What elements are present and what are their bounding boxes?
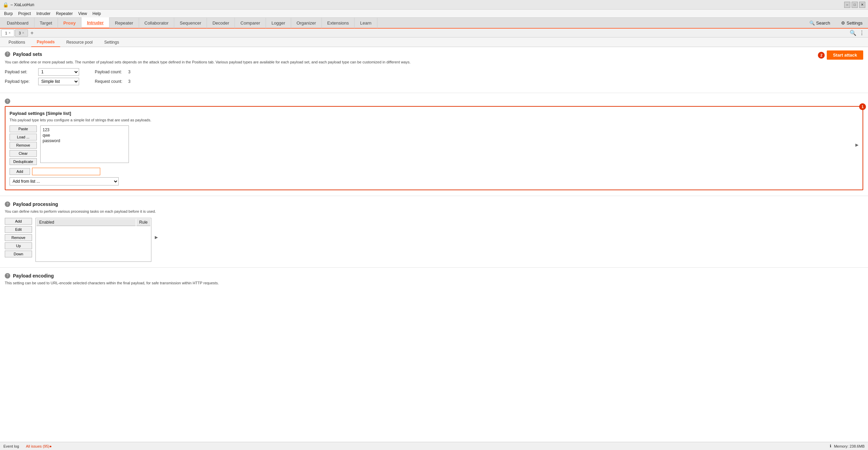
- tab-learn[interactable]: Learn: [355, 17, 377, 28]
- payload-list: 123 qwe password: [40, 125, 129, 163]
- payload-encoding-title: Payload encoding: [13, 273, 54, 279]
- tab-sequencer[interactable]: Sequencer: [174, 17, 207, 28]
- deduplicate-button[interactable]: Deduplicate: [10, 158, 37, 165]
- payload-sets-help-icon[interactable]: ?: [5, 51, 10, 57]
- add-from-list-select[interactable]: Add from list ...: [10, 177, 119, 185]
- tab-positions[interactable]: Positions: [3, 38, 31, 47]
- payload-encoding-desc: This setting can be used to URL-encode s…: [5, 281, 863, 286]
- tab-comparer[interactable]: Comparer: [235, 17, 266, 28]
- maximize-button[interactable]: □: [852, 2, 858, 8]
- add-row: Add: [10, 168, 858, 175]
- payload-sets-section: ? Payload sets 2 Start attack You can de…: [0, 47, 868, 91]
- list-item: qwe: [42, 133, 127, 138]
- payload-set-label: Payload set:: [5, 70, 35, 74]
- processing-table-arrow: ▶: [155, 218, 158, 240]
- processing-table-body: [36, 227, 136, 261]
- menu-bar: Burp Project Intruder Repeater View Help: [0, 10, 868, 18]
- payload-settings-title: Payload settings [Simple list]: [10, 111, 858, 116]
- window-tab-1-close[interactable]: ×: [9, 31, 11, 35]
- payload-processing-desc: You can define rules to perform various …: [5, 209, 863, 214]
- more-options-icon[interactable]: ⋮: [857, 30, 867, 36]
- processing-remove-button[interactable]: Remove: [5, 234, 32, 241]
- title-bar: 🔒 – XiaLuoHun – □ ✕: [0, 0, 868, 10]
- processing-down-button[interactable]: Down: [5, 251, 32, 257]
- start-attack-button[interactable]: Start attack: [827, 50, 863, 60]
- window-tab-3-close[interactable]: ×: [22, 31, 24, 35]
- payload-processing-section: ? Payload processing You can define rule…: [0, 198, 868, 265]
- list-item: 123: [42, 127, 127, 133]
- window-tab-1[interactable]: 1 ×: [1, 29, 14, 37]
- load-button[interactable]: Load ...: [10, 134, 37, 140]
- payload-type-select[interactable]: Simple list Runtime file Custom iterator: [38, 78, 79, 85]
- payload-type-row: Payload type: Simple list Runtime file C…: [5, 78, 863, 85]
- tab-payloads[interactable]: Payloads: [31, 38, 61, 47]
- payload-list-container: 123 qwe password: [40, 125, 852, 163]
- payload-type-label: Payload type:: [5, 79, 35, 84]
- tab-resource-pool[interactable]: Resource pool: [60, 38, 98, 47]
- minimize-button[interactable]: –: [844, 2, 850, 8]
- search-button[interactable]: 🔍 Search: [805, 20, 834, 26]
- search-icon: 🔍: [809, 20, 815, 26]
- tab-decoder[interactable]: Decoder: [207, 17, 235, 28]
- tab-dashboard[interactable]: Dashboard: [1, 17, 34, 28]
- tab-logger[interactable]: Logger: [266, 17, 291, 28]
- payload-sets-desc: You can define one or more payload sets.…: [5, 60, 863, 65]
- menu-intruder[interactable]: Intruder: [34, 10, 53, 18]
- payload-action-buttons: Paste Load ... Remove Clear Deduplicate: [10, 125, 37, 165]
- add-tab-button[interactable]: +: [29, 30, 35, 36]
- payload-settings-section: ? 1 Payload settings [Simple list] This …: [0, 95, 868, 194]
- paste-button[interactable]: Paste: [10, 125, 37, 132]
- payload-count-label: Payload count:: [95, 70, 125, 74]
- col-rule: Rule: [136, 219, 150, 226]
- list-item: password: [42, 138, 127, 144]
- processing-up-button[interactable]: Up: [5, 242, 32, 249]
- sub-tab-strip: Positions Payloads Resource pool Setting…: [0, 38, 868, 47]
- tab-intruder[interactable]: Intruder: [81, 17, 109, 28]
- app-icon: 🔒: [3, 2, 9, 7]
- add-button[interactable]: Add: [10, 168, 30, 175]
- payload-processing-title: Payload processing: [13, 201, 58, 207]
- menu-view[interactable]: View: [75, 10, 90, 18]
- request-count-label: Request count:: [95, 79, 125, 84]
- clear-button[interactable]: Clear: [10, 150, 37, 157]
- settings-icon: ⚙: [841, 20, 845, 26]
- menu-repeater[interactable]: Repeater: [53, 10, 75, 18]
- tab-search-button[interactable]: 🔍: [850, 30, 856, 36]
- tab-repeater[interactable]: Repeater: [109, 17, 139, 28]
- menu-help[interactable]: Help: [90, 10, 104, 18]
- tab-extensions[interactable]: Extensions: [322, 17, 355, 28]
- settings-button[interactable]: ⚙ Settings: [837, 20, 867, 26]
- main-content: 🧒 ? Payload sets 2 Start attack You can …: [0, 47, 868, 442]
- payload-settings-desc: This payload type lets you configure a s…: [10, 118, 858, 122]
- menu-project[interactable]: Project: [15, 10, 33, 18]
- close-button[interactable]: ✕: [859, 2, 865, 8]
- processing-area: Add Edit Remove Up Down Enabled Rule: [5, 218, 863, 262]
- tab-proxy[interactable]: Proxy: [58, 17, 81, 28]
- window-tab-3[interactable]: 3 ×: [15, 29, 28, 37]
- payload-list-area: Paste Load ... Remove Clear Deduplicate …: [10, 125, 858, 165]
- payload-sets-title: Payload sets: [13, 51, 42, 57]
- window-tabs: 1 × 3 × + 🔍 ⋮: [0, 29, 868, 38]
- payload-count-value: 3: [128, 70, 131, 74]
- request-count-value: 3: [128, 79, 131, 84]
- add-input[interactable]: [32, 168, 100, 175]
- tab-settings[interactable]: Settings: [99, 38, 125, 47]
- payload-settings-box: 1 Payload settings [Simple list] This pa…: [5, 106, 863, 190]
- payload-list-arrow: ▶: [855, 125, 858, 147]
- processing-table: Enabled Rule: [35, 218, 151, 262]
- payload-settings-badge: 1: [859, 103, 866, 110]
- app-title: – XiaLuoHun: [11, 2, 34, 7]
- menu-burp[interactable]: Burp: [1, 10, 15, 18]
- processing-add-button[interactable]: Add: [5, 218, 32, 225]
- col-enabled: Enabled: [36, 219, 136, 226]
- payload-settings-help-icon[interactable]: ?: [5, 99, 10, 104]
- payload-encoding-help-icon[interactable]: ?: [5, 273, 10, 279]
- remove-button[interactable]: Remove: [10, 142, 37, 149]
- tab-collaborator[interactable]: Collaborator: [139, 17, 175, 28]
- tab-target[interactable]: Target: [34, 17, 58, 28]
- payload-processing-help-icon[interactable]: ?: [5, 201, 10, 207]
- payload-set-select[interactable]: 1 2: [38, 68, 79, 76]
- nav-tabs: Dashboard Target Proxy Intruder Repeater…: [0, 18, 868, 29]
- processing-edit-button[interactable]: Edit: [5, 226, 32, 233]
- tab-organizer[interactable]: Organizer: [291, 17, 322, 28]
